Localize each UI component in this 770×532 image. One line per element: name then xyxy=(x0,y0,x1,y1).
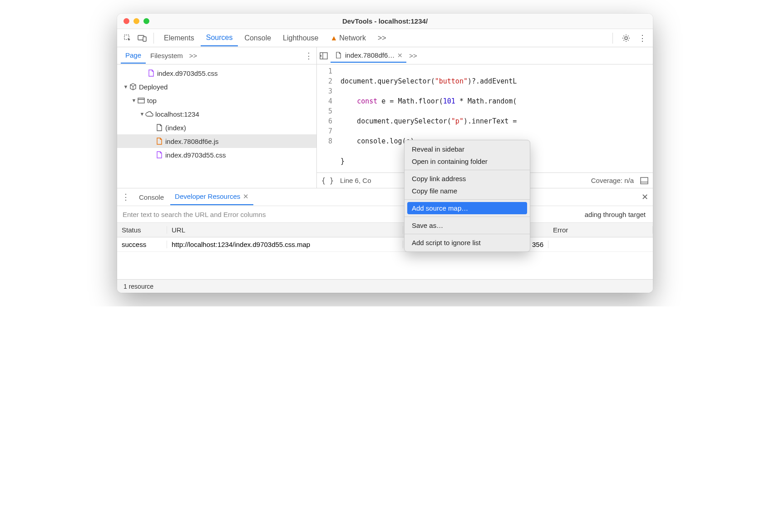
ctx-add-source-map[interactable]: Add source map… xyxy=(407,202,527,214)
line-number: 7 xyxy=(317,126,332,136)
tree-label: top xyxy=(147,97,157,104)
kebab-menu-icon[interactable]: ⋮ xyxy=(636,31,649,45)
tab-elements[interactable]: Elements xyxy=(158,30,200,46)
window-title: DevTools - localhost:1234/ xyxy=(117,17,653,25)
tree-label: Deployed xyxy=(139,83,168,91)
editor-tab-label: index.7808df6… xyxy=(345,51,395,59)
devtools-window: DevTools - localhost:1234/ Elements Sour… xyxy=(117,14,653,293)
separator xyxy=(405,217,530,217)
coverage-label: Coverage: n/a xyxy=(591,177,634,184)
svg-rect-4 xyxy=(138,98,144,103)
col-url[interactable]: URL xyxy=(167,226,403,234)
resource-count: 1 resource xyxy=(123,283,153,290)
gutter: 1 2 3 4 5 6 7 8 xyxy=(317,64,337,172)
drawer-menu-icon[interactable]: ⋮ xyxy=(122,192,130,202)
tab-network[interactable]: ▲Network xyxy=(325,30,371,46)
cell-status: success xyxy=(117,241,167,248)
tree-label: index.d9703d55.css xyxy=(165,151,226,159)
separator xyxy=(612,33,613,44)
drawer-tab-console[interactable]: Console xyxy=(134,190,168,205)
close-drawer-tab-icon[interactable]: ✕ xyxy=(243,192,249,200)
js-file-icon xyxy=(334,52,342,59)
tab-lighthouse[interactable]: Lighthouse xyxy=(277,30,324,46)
separator xyxy=(405,170,530,170)
disclosure-icon: ▼ xyxy=(131,98,137,103)
separator xyxy=(405,199,530,200)
css-file-icon xyxy=(147,69,155,77)
subtabs-overflow[interactable]: >> xyxy=(189,52,197,59)
tree-deployed[interactable]: ▼ Deployed xyxy=(117,80,316,94)
tree-host[interactable]: ▼ localhost:1234 xyxy=(117,107,316,121)
subtab-page[interactable]: Page xyxy=(121,48,146,64)
drawer-tabs: ⋮ Console Developer Resources✕ ✕ xyxy=(117,188,653,206)
minimize-window-button[interactable] xyxy=(133,18,139,24)
table-header: Status URL Error xyxy=(117,223,653,237)
ctx-open-folder[interactable]: Open in containing folder xyxy=(405,155,530,167)
close-window-button[interactable] xyxy=(123,18,129,24)
svg-rect-2 xyxy=(143,37,146,41)
svg-point-3 xyxy=(625,37,627,39)
content-area: Page Filesystem >> ⋮ index.d9703d55.css … xyxy=(117,47,653,188)
line-number: 5 xyxy=(317,106,332,116)
titlebar: DevTools - localhost:1234/ xyxy=(117,14,653,29)
settings-icon[interactable] xyxy=(619,31,633,45)
ctx-copy-filename[interactable]: Copy file name xyxy=(405,185,530,197)
deployed-icon xyxy=(129,83,137,90)
toggle-navigator-icon[interactable] xyxy=(320,52,328,59)
navigator-menu-icon[interactable]: ⋮ xyxy=(305,51,313,61)
editor-tabs: index.7808df6… ✕ >> xyxy=(317,47,653,64)
search-row: ading through target xyxy=(117,206,653,223)
drawer: ⋮ Console Developer Resources✕ ✕ ading t… xyxy=(117,188,653,293)
disclosure-icon: ▼ xyxy=(123,84,129,89)
tabs-overflow[interactable]: >> xyxy=(372,30,392,46)
context-menu: Reveal in sidebar Open in containing fol… xyxy=(404,140,530,252)
editor-tabs-overflow[interactable]: >> xyxy=(409,52,417,59)
editor-tab[interactable]: index.7808df6… ✕ xyxy=(331,49,406,63)
tree-file-css2[interactable]: index.d9703d55.css xyxy=(117,148,316,162)
resources-table: Status URL Error success http://localhos… xyxy=(117,223,653,279)
line-number: 3 xyxy=(317,86,332,96)
subtab-filesystem[interactable]: Filesystem xyxy=(146,48,188,63)
close-tab-icon[interactable]: ✕ xyxy=(397,52,403,59)
separator xyxy=(153,33,154,44)
tree-top[interactable]: ▼ top xyxy=(117,94,316,107)
ctx-ignore-list[interactable]: Add script to ignore list xyxy=(405,236,530,249)
drawer-tab-devresources[interactable]: Developer Resources✕ xyxy=(170,189,253,205)
col-status[interactable]: Status xyxy=(117,226,167,234)
tree-label: index.d9703d55.css xyxy=(157,69,217,77)
table-row[interactable]: success http://localhost:1234/index.d970… xyxy=(117,237,653,252)
show-details-icon[interactable] xyxy=(640,177,648,184)
tab-sources[interactable]: Sources xyxy=(201,30,238,46)
cell-url: http://localhost:1234/index.d9703d55.css… xyxy=(167,241,403,248)
tree-label: (index) xyxy=(165,124,186,132)
ctx-save-as[interactable]: Save as… xyxy=(405,219,530,232)
col-error[interactable]: Error xyxy=(548,226,653,234)
tree-label: index.7808df6e.js xyxy=(165,138,219,145)
tab-console[interactable]: Console xyxy=(239,30,276,46)
tree-file-js[interactable]: index.7808df6e.js xyxy=(117,134,316,148)
close-drawer-icon[interactable]: ✕ xyxy=(642,192,648,202)
line-number: 2 xyxy=(317,76,332,86)
device-toolbar-icon[interactable] xyxy=(135,31,149,45)
inspect-icon[interactable] xyxy=(121,31,134,45)
tab-network-label: Network xyxy=(339,34,366,42)
navigator-tabs: Page Filesystem >> ⋮ xyxy=(117,47,316,64)
table-spacer xyxy=(117,252,653,279)
tree-index[interactable]: (index) xyxy=(117,121,316,134)
drawer-footer: 1 resource xyxy=(117,279,653,293)
document-icon xyxy=(155,124,163,131)
separator xyxy=(405,234,530,234)
frame-icon xyxy=(137,98,145,103)
tree-file-css[interactable]: index.d9703d55.css xyxy=(117,66,316,80)
pretty-print-icon[interactable]: { } xyxy=(321,177,334,185)
tree-label: localhost:1234 xyxy=(155,110,199,118)
cloud-icon xyxy=(145,111,153,117)
ctx-reveal-sidebar[interactable]: Reveal in sidebar xyxy=(405,143,530,155)
drawer-tab-label: Developer Resources xyxy=(175,192,240,200)
window-controls xyxy=(117,18,149,24)
ctx-copy-link[interactable]: Copy link address xyxy=(405,172,530,185)
main-tabs: Elements Sources Console Lighthouse ▲Net… xyxy=(117,29,653,47)
maximize-window-button[interactable] xyxy=(143,18,149,24)
css-file-icon xyxy=(155,151,163,158)
cursor-position: Line 6, Co xyxy=(340,177,371,184)
